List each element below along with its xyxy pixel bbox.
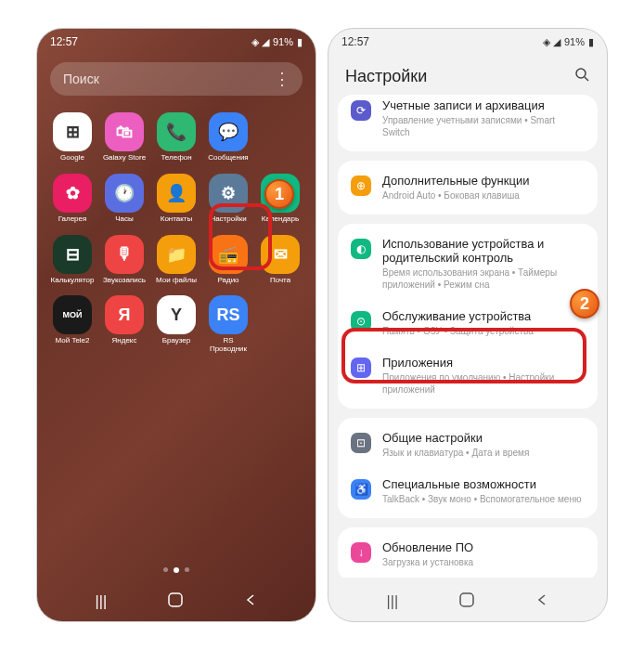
home-button[interactable] (167, 592, 184, 612)
app-label: Настройки (210, 215, 246, 224)
settings-item[interactable]: ◐Использование устройства и родительский… (338, 228, 598, 300)
app-icon: ✿ (53, 174, 92, 213)
phone-settings-screen: 12:57 ◈ ◢ 91% ▮ Настройки ⟳Учетные запис… (328, 28, 608, 622)
settings-item-icon: ◐ (351, 239, 371, 259)
settings-header: Настройки (328, 55, 607, 95)
settings-item[interactable]: ⊞ПриложенияПриложения по умолчанию • Нас… (338, 346, 598, 405)
app-label: Часы (115, 215, 134, 224)
settings-item-subtitle: Управление учетными записями • Smart Swi… (382, 114, 585, 138)
app-icon: ⊞ (53, 112, 92, 151)
app-item[interactable]: 🕐Часы (100, 174, 148, 224)
app-item[interactable]: ✿Галерея (48, 174, 97, 224)
app-icon: 🎙 (105, 235, 144, 274)
app-icon: ✉ (261, 235, 300, 274)
app-item[interactable]: ЯЯндекс (100, 295, 148, 354)
settings-item[interactable]: ⊕Дополнительные функцииAndroid Auto • Бо… (338, 164, 598, 211)
navigation-bar: ||| (328, 582, 607, 621)
search-bar[interactable]: Поиск ⋮ (50, 62, 303, 96)
page-dot-active[interactable] (174, 567, 179, 573)
settings-group: ◐Использование устройства и родительский… (338, 224, 598, 409)
app-item[interactable]: 🎙Звукозапись (100, 235, 148, 285)
menu-dots-icon[interactable]: ⋮ (274, 69, 290, 89)
battery-icon: ▮ (297, 36, 303, 48)
svg-rect-3 (460, 593, 473, 606)
app-item[interactable]: ⊞Google (48, 112, 97, 162)
settings-item-text: Учетные записи и архивацияУправление уче… (382, 98, 585, 138)
settings-item[interactable]: ♿Специальные возможностиTalkBack • Звук … (338, 468, 598, 514)
app-item[interactable]: YБраузер (152, 295, 200, 354)
app-item[interactable]: ⊟Калькулятор (48, 235, 97, 285)
back-button[interactable] (244, 593, 257, 610)
settings-item-icon: ⟳ (351, 100, 371, 121)
app-label: Браузер (162, 337, 191, 345)
app-icon: 🕐 (105, 174, 144, 213)
wifi-icon: ◈ ◢ (251, 36, 269, 48)
recent-apps-button[interactable]: ||| (96, 593, 107, 610)
status-time: 12:57 (50, 35, 78, 48)
app-item[interactable]: 📁Мои файлы (152, 235, 200, 285)
app-label: Мой Tele2 (55, 337, 89, 345)
status-indicators: ◈ ◢ 91% ▮ (543, 36, 594, 48)
settings-item-text: Использование устройства и родительский … (382, 237, 585, 291)
settings-item-title: Учетные записи и архивация (382, 98, 585, 112)
settings-group: ⊡Общие настройкиЯзык и клавиатура • Дата… (338, 418, 598, 518)
app-icon: 👤 (157, 174, 196, 213)
settings-item-text: Обновление ПОЗагрузка и установка (382, 540, 585, 568)
settings-item-title: Общие настройки (382, 431, 585, 445)
app-item[interactable]: RSRS Проводник (204, 295, 252, 354)
recent-apps-button[interactable]: ||| (387, 593, 398, 610)
app-item[interactable]: ✉Почта (256, 235, 304, 285)
app-item[interactable]: 📞Телефон (152, 112, 200, 162)
app-icon: RS (209, 295, 248, 334)
app-icon: Я (105, 295, 144, 334)
app-label: Календарь (262, 215, 299, 224)
settings-item-icon: ♿ (351, 479, 371, 500)
status-time: 12:57 (341, 35, 369, 48)
app-label: Сообщения (208, 154, 248, 162)
app-item[interactable]: 🛍Galaxy Store (100, 112, 148, 162)
app-label: Галерея (58, 215, 87, 224)
app-label: Контакты (161, 215, 193, 224)
battery-percent: 91% (273, 36, 293, 47)
app-icon: 📻 (209, 235, 248, 274)
page-dot[interactable] (163, 567, 168, 572)
settings-item[interactable]: ⊙Обслуживание устройстваПамять • ОЗУ • З… (338, 300, 598, 346)
svg-rect-0 (169, 593, 182, 606)
settings-group: ⟳Учетные записи и архивацияУправление уч… (338, 95, 598, 151)
app-label: RS Проводник (204, 337, 252, 354)
app-icon: МОЙ (53, 295, 92, 334)
settings-list: ⟳Учетные записи и архивацияУправление уч… (328, 95, 607, 578)
settings-item-subtitle: Память • ОЗУ • Защита устройства (382, 325, 585, 337)
search-icon[interactable] (573, 66, 590, 87)
settings-item-subtitle: Android Auto • Боковая клавиша (382, 189, 585, 202)
app-item[interactable]: 💬Сообщения (204, 112, 252, 162)
settings-group: ⊕Дополнительные функцииAndroid Auto • Бо… (338, 161, 598, 214)
app-label: Звукозапись (103, 277, 146, 285)
app-item[interactable]: ⚙Настройки (204, 174, 252, 224)
home-button[interactable] (458, 592, 475, 612)
phone-home-screen: 12:57 ◈ ◢ 91% ▮ Поиск ⋮ ⊞Google🛍Galaxy S… (36, 28, 316, 622)
app-item[interactable]: МОЙМой Tele2 (48, 295, 97, 354)
settings-item-icon: ⊕ (351, 176, 371, 196)
status-indicators: ◈ ◢ 91% ▮ (251, 36, 303, 48)
settings-item[interactable]: ⊡Общие настройкиЯзык и клавиатура • Дата… (338, 422, 598, 468)
settings-item[interactable]: ⟳Учетные записи и архивацияУправление уч… (338, 98, 598, 148)
settings-item-text: Дополнительные функцииAndroid Auto • Бок… (382, 174, 585, 202)
app-item[interactable]: 📻Радио (204, 235, 252, 285)
app-item[interactable]: 👤Контакты (152, 174, 200, 224)
settings-item-icon: ⊞ (351, 358, 371, 378)
back-button[interactable] (535, 593, 548, 610)
wifi-icon: ◈ ◢ (543, 36, 560, 48)
app-icon: 📞 (157, 112, 196, 151)
app-label: Google (60, 154, 84, 162)
search-placeholder: Поиск (63, 72, 99, 86)
settings-item-icon: ↓ (351, 542, 371, 563)
settings-item[interactable]: ↓Обновление ПОЗагрузка и установка (338, 531, 598, 578)
app-label: Galaxy Store (103, 154, 146, 162)
settings-item-title: Специальные возможности (382, 477, 585, 491)
app-icon: ⚙ (209, 174, 248, 213)
page-dot[interactable] (185, 567, 189, 572)
settings-item-subtitle: Время использования экрана • Таймеры при… (382, 266, 585, 291)
app-icon: Y (157, 295, 196, 334)
battery-percent: 91% (564, 36, 585, 47)
